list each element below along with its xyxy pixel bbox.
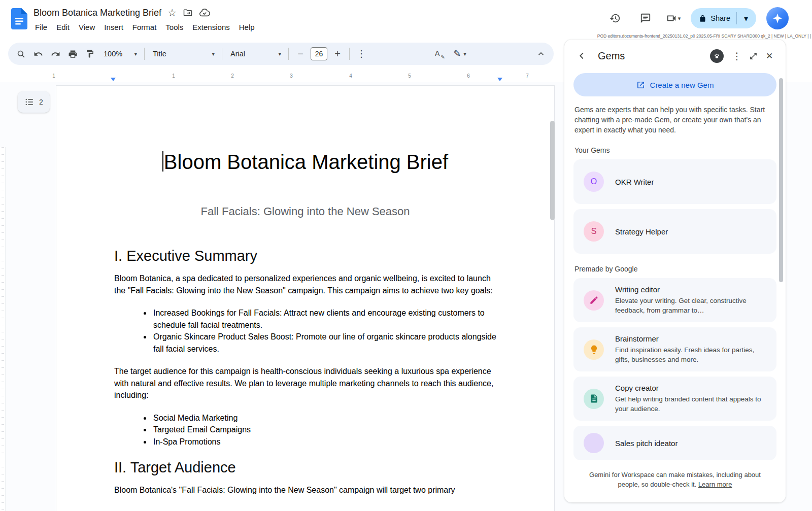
gem-avatar (584, 433, 604, 453)
gem-card-sales-pitch-ideator[interactable]: Sales pitch ideator (573, 426, 776, 460)
lock-icon (699, 15, 706, 22)
doc-heading-target-audience[interactable]: II. Target Audience (114, 459, 496, 476)
your-gems-label: Your Gems (574, 146, 775, 154)
gem-name: Copy creator (615, 384, 766, 392)
ruler-label: 4 (349, 73, 352, 79)
hide-menus-chevron-icon[interactable] (532, 45, 550, 62)
vertical-ruler[interactable] (0, 147, 6, 511)
document-tabs-chip[interactable]: 2 (18, 91, 50, 113)
font-select[interactable]: Arial ▾ (225, 46, 285, 62)
meet-dropdown-caret-icon[interactable]: ▾ (678, 15, 681, 22)
gemini-button[interactable] (766, 7, 789, 29)
panel-more-options-icon[interactable]: ⋮ (729, 48, 745, 64)
premade-by-google-label: Premade by Google (574, 265, 775, 273)
menu-help[interactable]: Help (234, 21, 259, 33)
document-scrollbar-thumb[interactable] (550, 121, 555, 220)
move-folder-icon[interactable] (183, 8, 193, 18)
toolbar-divider (144, 48, 145, 60)
doc-bullet-list: Increased Bookings for Fall Facials: Att… (114, 307, 496, 355)
ruler-label: 1 (52, 73, 55, 79)
right-indent-marker[interactable] (497, 78, 502, 81)
document-title[interactable]: Bloom Botanica Marketing Brief (33, 8, 161, 18)
doc-bullet-item[interactable]: Organic Skincare Product Sales Boost: Pr… (152, 331, 496, 355)
gem-name: OKR Writer (615, 178, 654, 186)
open-in-new-icon (636, 81, 645, 89)
gem-avatar: O (584, 172, 604, 192)
ruler-label: 6 (467, 73, 470, 79)
gem-card-brainstormer[interactable]: Brainstormer Find inspiration easily. Fr… (573, 327, 776, 371)
gem-avatar: S (584, 221, 604, 242)
bullet-list-icon (24, 97, 35, 107)
menu-bar: File Edit View Insert Format Tools Exten… (30, 21, 259, 33)
share-button[interactable]: Share ▾ (691, 8, 756, 28)
doc-paragraph[interactable]: Bloom Botanica's "Fall Facials: Glowing … (114, 484, 496, 496)
gem-card-okr-writer[interactable]: O OKR Writer (573, 159, 776, 204)
style-value: Title (153, 50, 166, 58)
zoom-select[interactable]: 100% ▾ (98, 46, 141, 62)
redo-icon[interactable] (47, 45, 64, 62)
meet-presenting-button[interactable]: ▾ (666, 13, 681, 24)
increase-font-size-button[interactable]: + (329, 45, 346, 62)
more-toolbar-options-icon[interactable]: ⋮ (353, 45, 370, 62)
font-value: Arial (230, 50, 245, 58)
gem-name: Sales pitch ideator (615, 439, 678, 448)
gemini-disclaimer: Gemini for Workspace can make mistakes, … (564, 464, 786, 502)
doc-bullet-item[interactable]: Targeted Email Campaigns (152, 424, 496, 436)
doc-paragraph[interactable]: The target audience for this campaign is… (114, 365, 496, 401)
doc-body-subtitle[interactable]: Fall Facials: Glowing into the New Seaso… (114, 205, 496, 219)
horizontal-ruler[interactable]: 1 1 2 3 4 5 6 7 (8, 71, 556, 82)
decrease-font-size-button[interactable]: − (292, 45, 309, 62)
editing-tools-icon[interactable]: A✎ (430, 45, 448, 62)
search-menus-icon[interactable] (12, 45, 29, 62)
create-new-gem-label: Create a new Gem (650, 81, 714, 89)
doc-heading-executive-summary[interactable]: I. Executive Summary (114, 247, 496, 264)
menu-file[interactable]: File (30, 21, 52, 33)
menu-insert[interactable]: Insert (99, 21, 128, 33)
star-icon[interactable]: ☆ (167, 8, 177, 18)
tabs-count: 2 (39, 98, 43, 106)
ruler-label: 7 (526, 73, 529, 79)
toolbar-divider (222, 48, 222, 60)
print-icon[interactable] (64, 45, 81, 62)
zoom-value: 100% (104, 50, 122, 58)
share-label: Share (710, 14, 730, 22)
gem-card-strategy-helper[interactable]: S Strategy Helper (573, 209, 776, 254)
gem-card-copy-creator[interactable]: Copy creator Get help writing branded co… (573, 377, 776, 421)
share-dropdown-caret-icon[interactable]: ▾ (739, 14, 753, 23)
expand-panel-icon[interactable] (745, 48, 761, 64)
paint-format-icon[interactable] (81, 45, 98, 62)
ruler-label: 3 (290, 73, 293, 79)
zoom-caret-icon: ▾ (134, 51, 137, 57)
cloud-saved-icon[interactable] (199, 7, 210, 18)
doc-bullet-item[interactable]: In-Spa Promotions (152, 436, 496, 448)
doc-bullet-item[interactable]: Increased Bookings for Fall Facials: Att… (152, 307, 496, 331)
document-page[interactable]: Bloom Botanica Marketing Brief Fall Faci… (56, 85, 555, 511)
panel-scrollbar-thumb[interactable] (779, 78, 783, 282)
pen-annotate-icon[interactable]: ✎ ▾ (448, 45, 472, 62)
font-size-input[interactable]: 26 (311, 47, 327, 60)
version-history-icon[interactable] (605, 8, 625, 28)
gem-card-writing-editor[interactable]: Writing editor Elevate your writing. Get… (573, 278, 776, 322)
ruler-label: 1 (172, 73, 175, 79)
menu-format[interactable]: Format (128, 21, 161, 33)
menu-tools[interactable]: Tools (161, 21, 188, 33)
menu-edit[interactable]: Edit (52, 21, 74, 33)
google-docs-logo[interactable] (11, 8, 27, 29)
comments-icon[interactable] (635, 8, 656, 28)
menu-view[interactable]: View (74, 21, 99, 33)
create-new-gem-button[interactable]: Create a new Gem (573, 73, 776, 96)
ruler-label: 2 (231, 73, 234, 79)
back-chevron-icon[interactable] (573, 48, 590, 64)
learn-more-link[interactable]: Learn more (698, 481, 732, 488)
close-panel-icon[interactable]: ✕ (761, 48, 777, 64)
font-caret-icon: ▾ (278, 51, 281, 57)
doc-paragraph[interactable]: Bloom Botanica, a spa dedicated to perso… (114, 272, 496, 296)
undo-icon[interactable] (29, 45, 47, 62)
gem-name: Brainstormer (615, 334, 766, 343)
paragraph-style-select[interactable]: Title ▾ (148, 46, 219, 62)
doc-bullet-item[interactable]: Social Media Marketing (152, 412, 496, 424)
doc-body-title[interactable]: Bloom Botanica Marketing Brief (114, 150, 496, 174)
left-indent-marker[interactable] (111, 78, 116, 81)
menu-extensions[interactable]: Extensions (188, 21, 234, 33)
paw-gem-icon[interactable] (710, 49, 724, 63)
